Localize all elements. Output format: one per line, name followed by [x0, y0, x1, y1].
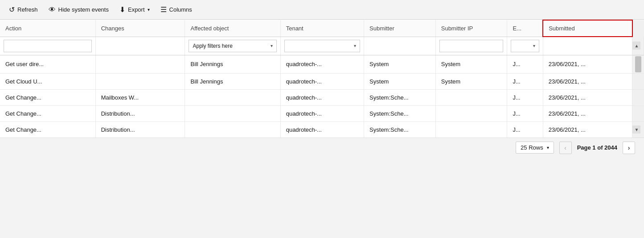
column-tenant: Tenant: [280, 20, 364, 37]
next-page-button[interactable]: ›: [623, 142, 635, 154]
hide-system-icon: 👁: [49, 6, 56, 14]
prev-page-button[interactable]: ‹: [559, 142, 572, 154]
cell-submitter_ip: System: [435, 55, 507, 73]
partial-cell-6: J...: [507, 121, 543, 138]
column-e: E...: [507, 20, 543, 37]
cell-submitter_ip: [435, 105, 507, 121]
filter-e-cell[interactable]: ▾: [507, 37, 543, 55]
cell-tenant: quadrotech-...: [280, 55, 364, 73]
filter-scrollbar-cell: ▲: [632, 37, 644, 55]
cell-action: Get user dire...: [0, 55, 95, 73]
partial-cell-0: Get Change...: [0, 121, 95, 138]
partial-cell-1: Distribution...: [95, 121, 185, 138]
filter-tenant-cell[interactable]: ▾: [280, 37, 364, 55]
cell-affected_object: Bill Jennings: [185, 73, 280, 89]
filter-changes-cell: [95, 37, 185, 55]
export-icon: ⬇: [119, 5, 125, 14]
partial-cell-4: System:Sche...: [364, 121, 436, 138]
column-action: Action: [0, 20, 95, 37]
filter-action-cell[interactable]: [0, 37, 95, 55]
page-info: Page 1 of 2044: [577, 144, 617, 151]
row-scrollbar-cell: [632, 55, 644, 73]
export-label: Export: [128, 6, 145, 13]
refresh-icon: ↺: [9, 5, 15, 14]
cell-affected_object: [185, 89, 280, 105]
rows-label: 25 Rows: [521, 144, 543, 151]
cell-changes: [95, 55, 185, 73]
column-affected-object: Affected object: [185, 20, 280, 37]
toolbar: ↺ Refresh 👁 Hide system events ⬇ Export …: [0, 0, 644, 20]
row-scrollbar-cell: [632, 89, 644, 105]
cell-action: Get Change...: [0, 89, 95, 105]
filter-submitter-cell: [364, 37, 436, 55]
partial-scroll-cell: ▼: [632, 121, 644, 138]
submitter-ip-filter-input[interactable]: [439, 40, 504, 52]
columns-label: Columns: [169, 6, 192, 13]
affected-object-chevron-icon: ▾: [271, 43, 273, 48]
table-row-partial[interactable]: Get Change...Distribution...quadrotech-.…: [0, 121, 644, 138]
cell-tenant: quadrotech-...: [280, 105, 364, 121]
tenant-chevron-icon: ▾: [354, 43, 356, 48]
partial-cell-7: 23/06/2021, ...: [543, 121, 632, 138]
action-filter-input[interactable]: [4, 40, 92, 52]
cell-action: Get Cloud U...: [0, 73, 95, 89]
filter-affected-object-cell[interactable]: Apply filters here ▾: [185, 37, 280, 55]
table-row[interactable]: Get user dire...Bill Jenningsquadrotech-…: [0, 55, 644, 73]
table-container: Action Changes Affected object Tenant Su…: [0, 20, 644, 138]
export-chevron-icon: ▾: [148, 7, 150, 12]
e-filter-dropdown[interactable]: ▾: [511, 40, 539, 52]
partial-cell-2: [185, 121, 280, 138]
cell-submitted: 23/06/2021, ...: [543, 105, 632, 121]
cell-e: J...: [507, 73, 543, 89]
e-chevron-icon: ▾: [533, 43, 535, 48]
partial-cell-5: [435, 121, 507, 138]
scroll-down-btn[interactable]: ▼: [632, 125, 640, 134]
cell-e: J...: [507, 89, 543, 105]
refresh-label: Refresh: [17, 6, 38, 13]
column-submitter-ip: Submitter IP: [435, 20, 507, 37]
column-changes: Changes: [95, 20, 185, 37]
scroll-thumb: [635, 56, 641, 72]
filter-row: Apply filters here ▾ ▾: [0, 37, 644, 55]
export-button[interactable]: ⬇ Export ▾: [114, 3, 155, 16]
affected-object-filter-label: Apply filters here: [193, 43, 232, 49]
tenant-filter-dropdown[interactable]: ▾: [284, 40, 360, 52]
footer: 25 Rows ▾ ‹ Page 1 of 2044 ›: [0, 138, 644, 158]
columns-button[interactable]: ☰ Columns: [155, 3, 197, 16]
cell-affected_object: [185, 105, 280, 121]
cell-submitter: System: [364, 55, 436, 73]
table-header-row: Action Changes Affected object Tenant Su…: [0, 20, 644, 37]
cell-changes: Mailboxes W...: [95, 89, 185, 105]
filter-submitted-cell: [543, 37, 632, 55]
affected-object-filter-dropdown[interactable]: Apply filters here ▾: [189, 40, 276, 52]
columns-icon: ☰: [160, 5, 167, 14]
cell-submitter: System:Sche...: [364, 89, 436, 105]
cell-tenant: quadrotech-...: [280, 73, 364, 89]
table-row[interactable]: Get Cloud U...Bill Jenningsquadrotech-..…: [0, 73, 644, 89]
cell-submitted: 23/06/2021, ...: [543, 73, 632, 89]
cell-submitter_ip: System: [435, 73, 507, 89]
cell-submitter: System: [364, 73, 436, 89]
cell-submitted: 23/06/2021, ...: [543, 89, 632, 105]
cell-submitter: System:Sche...: [364, 105, 436, 121]
scroll-up-btn[interactable]: ▲: [632, 42, 640, 50]
rows-chevron-icon: ▾: [547, 145, 549, 150]
rows-per-page-select[interactable]: 25 Rows ▾: [516, 142, 554, 154]
column-submitter: Submitter: [364, 20, 436, 37]
cell-action: Get Change...: [0, 105, 95, 121]
refresh-button[interactable]: ↺ Refresh: [4, 3, 43, 16]
cell-submitter_ip: [435, 89, 507, 105]
cell-submitted: 23/06/2021, ...: [543, 55, 632, 73]
table-row[interactable]: Get Change...Distribution...quadrotech-.…: [0, 105, 644, 121]
scrollbar-header: [632, 20, 644, 37]
cell-e: J...: [507, 105, 543, 121]
hide-system-label: Hide system events: [58, 6, 109, 13]
cell-e: J...: [507, 55, 543, 73]
table-row[interactable]: Get Change...Mailboxes W...quadrotech-..…: [0, 89, 644, 105]
partial-cell-3: quadrotech-...: [280, 121, 364, 138]
filter-submitter-ip-cell[interactable]: [435, 37, 507, 55]
cell-affected_object: Bill Jennings: [185, 55, 280, 73]
row-scrollbar-cell: [632, 105, 644, 121]
hide-system-events-button[interactable]: 👁 Hide system events: [43, 4, 114, 16]
row-scrollbar-cell: [632, 73, 644, 89]
